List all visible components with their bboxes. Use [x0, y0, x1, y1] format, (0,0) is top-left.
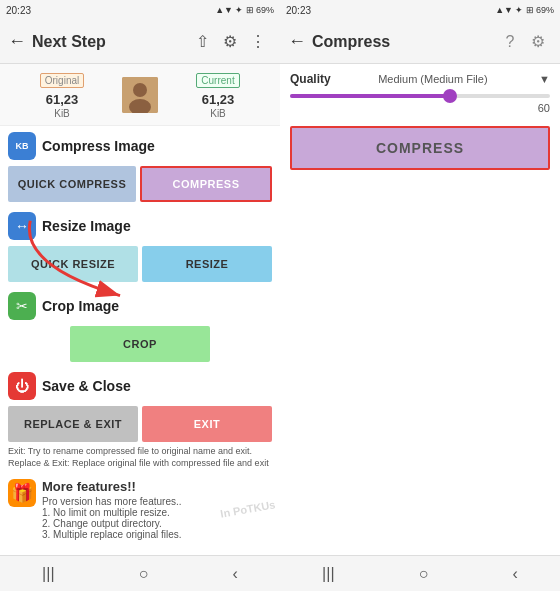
crop-button[interactable]: CROP	[70, 326, 210, 362]
slider-track[interactable]	[290, 94, 550, 98]
svg-point-1	[133, 83, 147, 97]
top-bar-left: ← Next Step ⇧ ⚙ ⋮	[0, 20, 280, 64]
question-icon[interactable]: ?	[496, 28, 524, 56]
nav-home-icon-left[interactable]: ○	[139, 565, 149, 583]
crop-icon: ✂	[8, 292, 36, 320]
file-info-row: Original 61,23 KiB Current 61,23 KiB	[0, 64, 280, 126]
slider-value: 60	[290, 102, 550, 114]
top-bar-right: ← Compress ? ⚙	[280, 20, 560, 64]
save-section: ⏻ Save & Close REPLACE & EXIT EXIT Exit:…	[8, 372, 272, 469]
resize-icon: ↔	[8, 212, 36, 240]
slider-thumb[interactable]	[443, 89, 457, 103]
time-left: 20:23	[6, 5, 31, 16]
more-features-text: More features!! Pro version has more fea…	[42, 479, 182, 540]
save-icon: ⏻	[8, 372, 36, 400]
slider-container[interactable]: 60	[280, 90, 560, 122]
replace-exit-button[interactable]: REPLACE & EXIT	[8, 406, 138, 442]
original-size: 61,23	[46, 92, 79, 107]
resize-btn-row: QUICK RESIZE RESIZE	[8, 246, 272, 282]
save-title: Save & Close	[42, 378, 131, 394]
right-panel: 20:23 ▲▼ ✦ ⊞ 69% ← Compress ? ⚙ Quality …	[280, 0, 560, 591]
slider-fill	[290, 94, 446, 98]
nav-bar-left: ||| ○ ‹	[0, 555, 280, 591]
page-title-left: Next Step	[32, 33, 188, 51]
quick-resize-button[interactable]: QUICK RESIZE	[8, 246, 138, 282]
signal-icon-right: ▲▼ ✦ ⊞	[495, 5, 534, 15]
nav-menu-icon-right[interactable]: |||	[322, 565, 334, 583]
main-content-left: KB Compress Image QUICK COMPRESS COMPRES…	[0, 126, 280, 555]
quality-value: Medium (Medium File)	[378, 73, 487, 85]
nav-home-icon-right[interactable]: ○	[419, 565, 429, 583]
battery-left: 69%	[256, 5, 274, 15]
quality-dropdown-icon[interactable]: ▼	[539, 73, 550, 85]
original-unit: KiB	[8, 108, 116, 119]
exit-note: Exit: Try to rename compressed file to o…	[8, 446, 272, 469]
nav-menu-icon-left[interactable]: |||	[42, 565, 54, 583]
more-features-item-2: 2. Change output directory.	[42, 518, 182, 529]
original-info: Original 61,23 KiB	[8, 70, 116, 119]
crop-title: Crop Image	[42, 298, 119, 314]
save-btn-row: REPLACE & EXIT EXIT	[8, 406, 272, 442]
current-size: 61,23	[202, 92, 235, 107]
compress-section: KB Compress Image QUICK COMPRESS COMPRES…	[8, 132, 272, 202]
resize-header: ↔ Resize Image	[8, 212, 272, 240]
page-title-right: Compress	[312, 33, 496, 51]
nav-back-icon-left[interactable]: ‹	[233, 565, 238, 583]
crop-header: ✂ Crop Image	[8, 292, 272, 320]
back-button-left[interactable]: ←	[8, 31, 26, 52]
current-unit: KiB	[164, 108, 272, 119]
compress-button-right[interactable]: COMPRESS	[290, 126, 550, 170]
current-label: Current	[196, 73, 239, 88]
right-main-content: Quality Medium (Medium File) ▼ 60 COMPRE…	[280, 64, 560, 555]
current-info: Current 61,23 KiB	[164, 70, 272, 119]
nav-back-icon-right[interactable]: ‹	[513, 565, 518, 583]
compress-button-left[interactable]: COMPRESS	[140, 166, 272, 202]
crop-btn-row: CROP	[8, 326, 272, 362]
resize-section: ↔ Resize Image QUICK RESIZE RESIZE	[8, 212, 272, 282]
status-bar-right: 20:23 ▲▼ ✦ ⊞ 69%	[280, 0, 560, 20]
resize-title: Resize Image	[42, 218, 131, 234]
compress-btn-row: QUICK COMPRESS COMPRESS	[8, 166, 272, 202]
more-features-title: More features!!	[42, 479, 182, 494]
crop-section: ✂ Crop Image CROP	[8, 292, 272, 362]
back-button-right[interactable]: ←	[288, 31, 306, 52]
nav-bar-right: ||| ○ ‹	[280, 555, 560, 591]
more-features-item-3: 3. Multiple replace original files.	[42, 529, 182, 540]
settings-icon-right[interactable]: ⚙	[524, 28, 552, 56]
quick-compress-button[interactable]: QUICK COMPRESS	[8, 166, 136, 202]
original-label: Original	[40, 73, 84, 88]
compress-title: Compress Image	[42, 138, 155, 154]
battery-right: 69%	[536, 5, 554, 15]
status-bar-left: 20:23 ▲▼ ✦ ⊞ 69%	[0, 0, 280, 20]
more-features-item-0: Pro version has more features..	[42, 496, 182, 507]
more-features-icon: 🎁	[8, 479, 36, 507]
exit-button[interactable]: EXIT	[142, 406, 272, 442]
signal-icon: ▲▼ ✦ ⊞	[215, 5, 254, 15]
resize-button[interactable]: RESIZE	[142, 246, 272, 282]
more-features-item-1: 1. No limit on multiple resize.	[42, 507, 182, 518]
avatar	[122, 77, 158, 113]
left-panel: 20:23 ▲▼ ✦ ⊞ 69% ← Next Step ⇧ ⚙ ⋮ Origi…	[0, 0, 280, 591]
share-icon[interactable]: ⇧	[188, 28, 216, 56]
settings-icon-left[interactable]: ⚙	[216, 28, 244, 56]
save-header: ⏻ Save & Close	[8, 372, 272, 400]
quality-label: Quality	[290, 72, 331, 86]
more-icon[interactable]: ⋮	[244, 28, 272, 56]
time-right: 20:23	[286, 5, 311, 16]
compress-header: KB Compress Image	[8, 132, 272, 160]
quality-row: Quality Medium (Medium File) ▼	[280, 64, 560, 90]
compress-icon: KB	[8, 132, 36, 160]
